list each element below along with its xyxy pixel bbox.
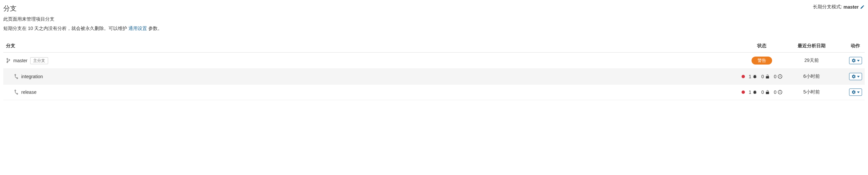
gear-icon: [851, 58, 856, 63]
svg-point-2: [9, 59, 10, 60]
svg-point-1: [7, 61, 8, 62]
branch-name: master: [13, 58, 28, 63]
pencil-icon[interactable]: [860, 5, 865, 9]
lock-open-icon: [765, 90, 770, 95]
chevron-down-icon: [857, 92, 860, 93]
code-smell-count: 0: [774, 90, 776, 95]
status-counts: 1 0 0: [742, 74, 782, 79]
page-subtitle: 此页面用来管理项目分支: [3, 16, 865, 22]
svg-point-3: [14, 74, 16, 75]
long-term-mode: 长期分支模式: master: [813, 4, 865, 10]
branch-name: integration: [21, 74, 43, 79]
table-row: integration 1 0: [3, 69, 865, 84]
svg-point-10: [780, 92, 780, 93]
vulnerability-count: 0: [761, 74, 764, 79]
branch-name: release: [21, 90, 36, 95]
svg-point-0: [7, 58, 8, 59]
desc-prefix: 短期分支在 10 天之内没有分析，就会被永久删除。可以维护: [3, 26, 128, 31]
status-badge: 警告: [751, 56, 772, 65]
code-smell-icon: [778, 74, 782, 79]
page-description: 短期分支在 10 天之内没有分析，就会被永久删除。可以维护 通用设置 参数。: [3, 26, 865, 32]
bug-icon: [752, 90, 757, 95]
table-row: release 1 0: [3, 84, 865, 100]
col-action-header: 动作: [838, 40, 865, 53]
col-status-header: 状态: [739, 40, 785, 53]
last-analysis-date: 5小时前: [785, 84, 838, 100]
chevron-down-icon: [857, 76, 860, 77]
bug-count: 1: [749, 90, 751, 95]
last-analysis-date: 29天前: [785, 53, 838, 69]
branches-table: 分支 状态 最近分析日期 动作 master 主分支 警告 29天前: [3, 40, 865, 100]
svg-point-7: [14, 90, 16, 91]
quality-gate-failed-icon: [742, 75, 745, 78]
general-settings-link[interactable]: 通用设置: [128, 26, 147, 31]
bug-icon: [752, 74, 757, 79]
status-counts: 1 0 0: [742, 90, 782, 95]
svg-point-6: [780, 76, 780, 77]
col-date-header: 最近分析日期: [785, 40, 838, 53]
row-actions-button[interactable]: [849, 73, 862, 80]
branch-long-icon: [6, 58, 11, 63]
long-term-mode-value: master: [843, 4, 859, 10]
code-smell-count: 0: [774, 74, 776, 79]
branch-short-icon: [14, 90, 19, 95]
bug-count: 1: [749, 74, 751, 79]
gear-icon: [851, 74, 856, 79]
table-row: master 主分支 警告 29天前: [3, 53, 865, 69]
quality-gate-failed-icon: [742, 91, 745, 94]
gear-icon: [851, 90, 856, 95]
branch-short-icon: [14, 74, 19, 79]
long-term-mode-label: 长期分支模式:: [813, 4, 842, 10]
row-actions-button[interactable]: [849, 89, 862, 96]
main-branch-badge: 主分支: [30, 57, 48, 64]
row-actions-button[interactable]: [849, 57, 862, 64]
desc-suffix: 参数。: [147, 26, 162, 31]
last-analysis-date: 6小时前: [785, 69, 838, 84]
chevron-down-icon: [857, 60, 860, 61]
lock-open-icon: [765, 74, 770, 79]
col-branch-header: 分支: [3, 40, 739, 53]
code-smell-icon: [778, 90, 782, 95]
page-title: 分支: [3, 4, 17, 13]
vulnerability-count: 0: [761, 90, 764, 95]
